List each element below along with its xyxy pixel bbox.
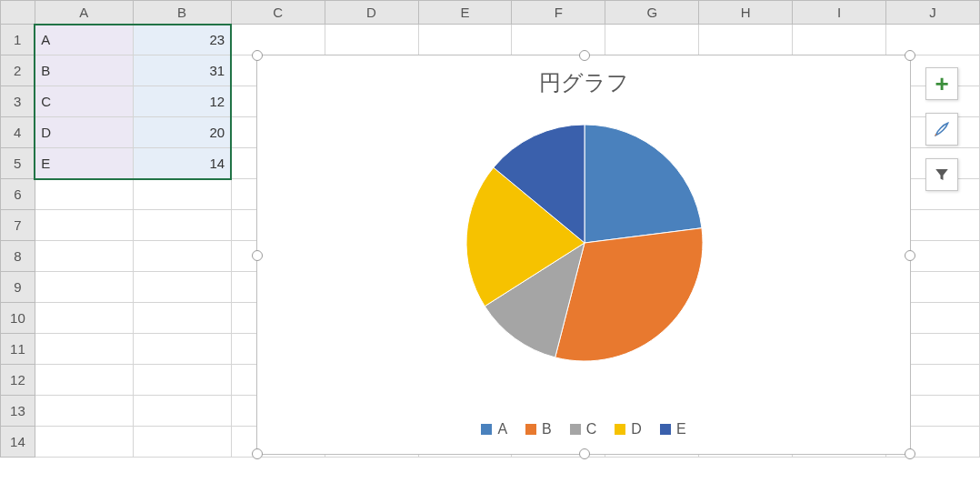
- cell-G1[interactable]: [605, 25, 699, 55]
- paintbrush-icon: [933, 120, 951, 138]
- row-header-11[interactable]: 11: [1, 334, 35, 365]
- cell-A14[interactable]: [35, 427, 133, 458]
- legend-swatch-D: [615, 424, 625, 435]
- column-header-I[interactable]: I: [793, 1, 886, 25]
- cell-I1[interactable]: [793, 25, 886, 55]
- row-header-9[interactable]: 9: [1, 272, 35, 303]
- row-header-4[interactable]: 4: [1, 117, 35, 148]
- chart-styles-button[interactable]: [925, 113, 958, 146]
- funnel-icon: [934, 166, 950, 183]
- cell-A4[interactable]: D: [35, 117, 133, 148]
- chart-object[interactable]: 円グラフ ABCDE: [256, 55, 911, 455]
- cell-B5[interactable]: 14: [133, 148, 231, 179]
- cell-B9[interactable]: [133, 272, 231, 303]
- resize-handle-se[interactable]: [905, 448, 915, 459]
- cell-B3[interactable]: 12: [133, 86, 231, 117]
- cell-A1[interactable]: A: [35, 25, 133, 55]
- cell-B1[interactable]: 23: [133, 25, 231, 55]
- cell-A7[interactable]: [35, 210, 133, 241]
- cell-A13[interactable]: [35, 396, 133, 427]
- pie-plot[interactable]: [466, 125, 703, 361]
- legend-item-B[interactable]: B: [525, 421, 552, 438]
- row-header-7[interactable]: 7: [1, 210, 35, 241]
- chart-filter-button[interactable]: [925, 158, 958, 191]
- row-header-6[interactable]: 6: [1, 179, 35, 210]
- row-header-10[interactable]: 10: [1, 303, 35, 334]
- resize-handle-e[interactable]: [905, 250, 915, 261]
- legend-swatch-A: [481, 424, 492, 435]
- cell-A8[interactable]: [35, 241, 133, 272]
- row-header-5[interactable]: 5: [1, 148, 35, 179]
- legend-swatch-C: [570, 424, 581, 435]
- row-header-2[interactable]: 2: [1, 55, 35, 86]
- legend-label-C: C: [586, 421, 597, 437]
- row-header-12[interactable]: 12: [1, 365, 35, 396]
- column-header-E[interactable]: E: [418, 1, 512, 25]
- resize-handle-n[interactable]: [579, 50, 590, 61]
- cell-A6[interactable]: [35, 179, 133, 210]
- cell-E1[interactable]: [418, 25, 512, 55]
- cell-D1[interactable]: [325, 25, 418, 55]
- column-header-D[interactable]: D: [325, 1, 418, 25]
- row-header-3[interactable]: 3: [1, 86, 35, 117]
- resize-handle-sw[interactable]: [252, 448, 263, 459]
- cell-A10[interactable]: [35, 303, 133, 334]
- chart-title[interactable]: 円グラフ: [257, 68, 910, 97]
- cell-B12[interactable]: [133, 365, 231, 396]
- cell-B11[interactable]: [133, 334, 231, 365]
- cell-F1[interactable]: [512, 25, 605, 55]
- legend-swatch-E: [660, 424, 671, 435]
- legend-label-A: A: [497, 421, 507, 437]
- chart-elements-add-button[interactable]: +: [925, 67, 958, 100]
- cell-A12[interactable]: [35, 365, 133, 396]
- cell-C1[interactable]: [231, 25, 325, 55]
- legend-item-E[interactable]: E: [660, 421, 686, 438]
- select-all-corner[interactable]: [1, 1, 35, 25]
- row-header-8[interactable]: 8: [1, 241, 35, 272]
- row-header-13[interactable]: 13: [1, 396, 35, 427]
- column-header-G[interactable]: G: [605, 1, 699, 25]
- cell-A9[interactable]: [35, 272, 133, 303]
- cell-B7[interactable]: [133, 210, 231, 241]
- cell-B13[interactable]: [133, 396, 231, 427]
- cell-B8[interactable]: [133, 241, 231, 272]
- legend-label-E: E: [676, 421, 686, 437]
- cell-H1[interactable]: [699, 25, 793, 55]
- cell-B4[interactable]: 20: [133, 117, 231, 148]
- resize-handle-w[interactable]: [252, 250, 263, 261]
- cell-B2[interactable]: 31: [133, 55, 231, 86]
- legend-swatch-B: [525, 424, 536, 435]
- resize-handle-nw[interactable]: [252, 50, 263, 61]
- chart-legend[interactable]: ABCDE: [257, 421, 910, 438]
- column-header-C[interactable]: C: [231, 1, 325, 25]
- column-header-H[interactable]: H: [699, 1, 793, 25]
- legend-label-B: B: [542, 421, 552, 437]
- cell-A3[interactable]: C: [35, 86, 133, 117]
- cell-B6[interactable]: [133, 179, 231, 210]
- legend-item-A[interactable]: A: [481, 421, 507, 438]
- column-header-B[interactable]: B: [133, 1, 231, 25]
- column-header-A[interactable]: A: [35, 1, 133, 25]
- resize-handle-ne[interactable]: [905, 50, 915, 61]
- cell-A5[interactable]: E: [35, 148, 133, 179]
- legend-item-C[interactable]: C: [570, 421, 597, 438]
- legend-label-D: D: [631, 421, 642, 437]
- row-header-1[interactable]: 1: [1, 25, 35, 55]
- column-header-F[interactable]: F: [512, 1, 605, 25]
- cell-B14[interactable]: [133, 427, 231, 458]
- row-header-14[interactable]: 14: [1, 427, 35, 458]
- legend-item-D[interactable]: D: [615, 421, 642, 438]
- column-header-J[interactable]: J: [886, 1, 980, 25]
- cell-J1[interactable]: [886, 25, 980, 55]
- cell-B10[interactable]: [133, 303, 231, 334]
- chart-side-tools: +: [925, 67, 958, 191]
- cell-A11[interactable]: [35, 334, 133, 365]
- resize-handle-s[interactable]: [579, 448, 590, 459]
- pie-slice-A[interactable]: [585, 125, 702, 243]
- cell-A2[interactable]: B: [35, 55, 133, 86]
